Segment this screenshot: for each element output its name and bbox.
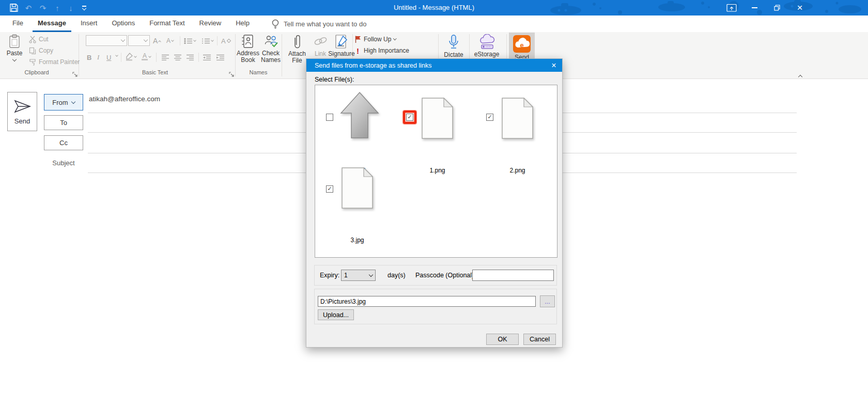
cc-button[interactable]: Cc: [44, 135, 83, 150]
address-book-button[interactable]: Address Book: [237, 34, 259, 64]
clipboard-dialog-launcher[interactable]: [72, 70, 78, 76]
group-divider: [235, 34, 236, 76]
tab-file[interactable]: File: [7, 15, 28, 32]
dialog-titlebar[interactable]: Send files from e-storage as shared link…: [306, 59, 562, 72]
send-message-button[interactable]: Send: [7, 92, 37, 131]
tell-me-box[interactable]: Tell me what you want to do: [271, 15, 366, 32]
select-files-label: Select File(s):: [315, 76, 354, 83]
from-address: atikah@afteroffice.com: [89, 95, 160, 103]
clear-formatting-button[interactable]: A: [221, 36, 230, 46]
tab-review[interactable]: Review: [194, 15, 227, 32]
names-group-label: Names: [243, 69, 274, 75]
underline-button[interactable]: U: [106, 52, 111, 62]
high-importance-label: High Importance: [364, 47, 409, 54]
link-button[interactable]: Link: [310, 34, 331, 57]
bold-button[interactable]: B: [87, 52, 91, 62]
increase-indent-button[interactable]: [216, 52, 225, 62]
check-names-button[interactable]: Check Names: [260, 34, 282, 64]
dialog-close-icon[interactable]: ×: [549, 60, 559, 70]
italic-button[interactable]: I: [97, 52, 99, 62]
align-right-button[interactable]: [186, 52, 194, 62]
grow-font-button[interactable]: A: [153, 36, 161, 46]
upload-button[interactable]: Upload...: [318, 309, 354, 320]
chevron-down-icon: [393, 37, 396, 40]
signature-label: Signature: [328, 51, 354, 57]
basic-text-group-label: Basic Text: [132, 69, 178, 75]
basic-text-dialog-launcher[interactable]: [229, 70, 235, 76]
font-size-select[interactable]: [128, 35, 150, 46]
passcode-input[interactable]: [472, 270, 554, 281]
file-checkbox[interactable]: [326, 185, 333, 193]
signature-pen-icon: [334, 34, 349, 50]
clipboard-icon: [8, 34, 21, 49]
tab-insert[interactable]: Insert: [75, 15, 103, 32]
font-name-select[interactable]: [86, 35, 127, 46]
copy-button[interactable]: Copy: [29, 46, 53, 55]
divider: [121, 53, 121, 62]
scissors-icon: [29, 36, 36, 43]
document-icon[interactable]: [501, 98, 534, 139]
minimize-icon[interactable]: [746, 0, 763, 15]
cancel-button[interactable]: Cancel: [523, 334, 556, 345]
format-painter-icon: [29, 58, 36, 66]
from-button[interactable]: From: [44, 94, 83, 111]
divider: [180, 36, 180, 45]
close-icon[interactable]: ×: [791, 0, 809, 15]
to-button[interactable]: To: [44, 115, 83, 130]
align-left-button[interactable]: [161, 52, 169, 62]
tab-options[interactable]: Options: [106, 15, 140, 32]
ok-button[interactable]: OK: [486, 334, 519, 345]
format-painter-button[interactable]: Format Painter: [29, 58, 80, 66]
copy-icon: [29, 47, 36, 55]
format-painter-label: Format Painter: [39, 58, 80, 66]
clipboard-group-label: Clipboard: [13, 69, 60, 75]
ribbon-display-options-icon[interactable]: [723, 0, 740, 15]
file-checkbox[interactable]: [326, 114, 333, 121]
folder-up-icon[interactable]: [339, 90, 380, 140]
dialog-title: Send files from e-storage as shared link…: [315, 62, 432, 69]
svg-text:e: e: [520, 41, 523, 49]
path-input[interactable]: [318, 296, 536, 307]
estorage-button[interactable]: eStorage: [471, 34, 502, 58]
font-color-button[interactable]: A: [142, 52, 151, 62]
bullets-button[interactable]: [184, 36, 196, 46]
flag-icon: [354, 35, 361, 43]
expiry-select[interactable]: 1: [341, 270, 376, 281]
numbering-button[interactable]: [202, 36, 213, 46]
chevron-down-icon: [12, 57, 17, 61]
document-icon[interactable]: [421, 98, 454, 139]
send-estorage-button[interactable]: e Send: [509, 33, 535, 61]
outlook-message-window: ↶ ↷ ↑ ↓ Untitled - Message (HTML) × File…: [0, 0, 868, 408]
document-icon[interactable]: [341, 167, 374, 209]
expiry-groupbox: Expiry: 1 day(s) Passcode (Optional):: [314, 265, 557, 286]
collapse-ribbon-icon[interactable]: [799, 71, 802, 81]
divider: [156, 53, 157, 62]
signature-button[interactable]: Signature: [330, 34, 353, 57]
group-divider: [282, 34, 282, 76]
high-importance-button[interactable]: ! High Importance: [354, 46, 409, 55]
tab-message[interactable]: Message: [33, 15, 71, 32]
tab-help[interactable]: Help: [230, 15, 255, 32]
paste-button[interactable]: Paste: [4, 34, 25, 61]
align-center-button[interactable]: [174, 52, 182, 62]
browse-button[interactable]: ...: [540, 295, 555, 307]
link-icon: [313, 34, 328, 50]
restore-icon[interactable]: [768, 0, 786, 15]
follow-up-button[interactable]: Follow Up: [354, 35, 396, 43]
decrease-indent-button[interactable]: [203, 52, 211, 62]
dictate-label: Dictate: [444, 52, 463, 58]
send-message-label: Send: [14, 117, 30, 125]
check-names-icon: [263, 34, 278, 49]
microphone-icon: [447, 34, 460, 51]
file-name: 3.jpg: [341, 237, 374, 244]
cut-button[interactable]: Cut: [29, 35, 49, 43]
tell-me-label: Tell me what you want to do: [284, 20, 366, 28]
dictate-button[interactable]: Dictate: [440, 34, 467, 58]
expiry-label: Expiry:: [320, 272, 339, 279]
send-cloud-icon: e: [513, 35, 531, 53]
file-checkbox[interactable]: [486, 114, 493, 121]
tab-format-text[interactable]: Format Text: [144, 15, 190, 32]
paste-label: Paste: [7, 50, 23, 57]
highlight-color-button[interactable]: [125, 52, 136, 62]
shrink-font-button[interactable]: A: [166, 36, 174, 46]
